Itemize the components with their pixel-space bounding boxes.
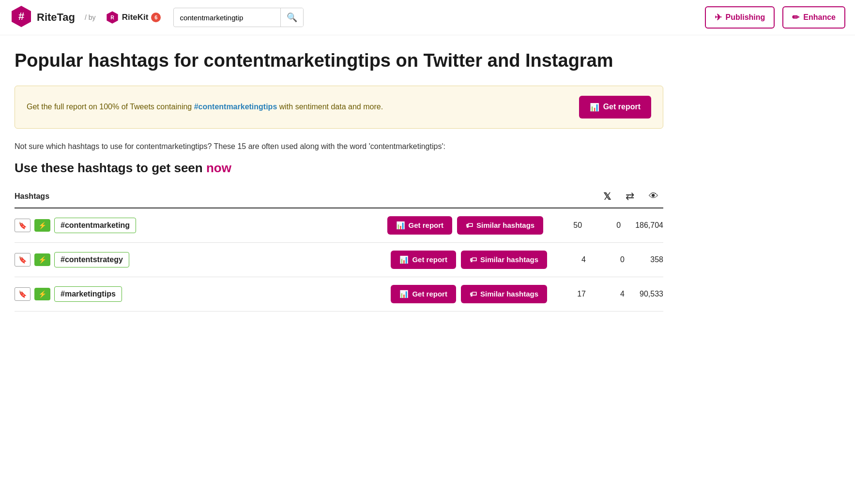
main-content: Popular hashtags for contentmarketingtip… — [0, 35, 678, 321]
publishing-label: Publishing — [726, 13, 765, 22]
tag-icon: 🏷 — [466, 221, 473, 229]
ritekit-area: R RiteKit 6 — [106, 11, 161, 24]
bar-chart-icon: 📊 — [396, 221, 405, 230]
row-buttons: 📊 Get report 🏷 Similar hashtags — [391, 285, 547, 303]
enhance-label: Enhance — [803, 13, 836, 22]
eye-icon: 👁 — [649, 191, 658, 202]
banner-btn-label: Get report — [603, 103, 641, 111]
banner-text-before: Get the full report on 100% of Tweets co… — [27, 103, 194, 111]
search-input[interactable] — [174, 10, 280, 26]
sub-heading-before: Use these hashtags to get seen — [15, 161, 206, 175]
table-row: 🔖 ⚡ #marketingtips 📊 Get report 🏷 Simila… — [15, 277, 663, 311]
bookmark-button[interactable]: 🔖 — [15, 219, 31, 232]
hashtag-tag: #contentstrategy — [54, 252, 129, 267]
enhance-icon: ✏ — [792, 12, 799, 23]
bar-chart-icon: 📊 — [399, 255, 409, 264]
row-stats: 4 0 358 — [562, 255, 663, 264]
publishing-icon: ✈ — [715, 12, 722, 23]
sub-heading-now: now — [206, 161, 231, 175]
by-text: / by — [85, 14, 96, 21]
row-left: 🔖 ⚡ #contentstrategy — [15, 252, 391, 267]
row-left: 🔖 ⚡ #contentmarketing — [15, 218, 387, 233]
lightning-badge: ⚡ — [34, 288, 50, 300]
col-icons-header: 𝕏 ⇄ 👁 — [603, 190, 663, 203]
similar-hashtags-button[interactable]: 🏷 Similar hashtags — [461, 251, 547, 269]
banner-text-after: with sentiment data and more. — [277, 103, 383, 111]
report-banner: Get the full report on 100% of Tweets co… — [15, 86, 663, 129]
enhance-button[interactable]: ✏ Enhance — [782, 6, 845, 29]
page-title: Popular hashtags for contentmarketingtip… — [15, 50, 663, 72]
get-report-button[interactable]: 📊 Get report — [391, 285, 456, 303]
retweet-icon: ⇄ — [626, 190, 634, 203]
get-report-button[interactable]: 📊 Get report — [391, 251, 456, 269]
banner-text: Get the full report on 100% of Tweets co… — [27, 103, 569, 111]
tag-icon: 🏷 — [470, 290, 477, 298]
svg-text:R: R — [110, 15, 114, 20]
bookmark-button[interactable]: 🔖 — [15, 253, 31, 267]
views-count: 358 — [639, 255, 663, 264]
logo-text: RiteTag — [37, 11, 75, 24]
svg-text:#: # — [18, 10, 24, 22]
twitter-count: 17 — [562, 290, 586, 298]
views-count: 90,533 — [639, 290, 663, 298]
similar-hashtags-label: Similar hashtags — [476, 221, 534, 229]
get-report-label: Get report — [412, 290, 447, 298]
bar-chart-icon: 📊 — [590, 103, 599, 112]
twitter-count: 50 — [558, 221, 582, 230]
similar-hashtags-button[interactable]: 🏷 Similar hashtags — [457, 216, 543, 235]
retweet-count: 4 — [600, 290, 625, 298]
table-row: 🔖 ⚡ #contentmarketing 📊 Get report 🏷 Sim… — [15, 208, 663, 243]
search-button[interactable]: 🔍 — [280, 8, 303, 27]
table-header: Hashtags 𝕏 ⇄ 👁 — [15, 185, 663, 208]
ritekit-text: RiteKit — [122, 13, 149, 22]
banner-get-report-button[interactable]: 📊 Get report — [579, 96, 651, 119]
notification-badge: 6 — [151, 13, 161, 22]
ritetag-logo: # — [10, 5, 33, 30]
hashtag-table: 🔖 ⚡ #contentmarketing 📊 Get report 🏷 Sim… — [15, 208, 663, 311]
col-hashtag-header: Hashtags — [15, 192, 603, 201]
header: # RiteTag / by R RiteKit 6 🔍 ✈ Publishin… — [0, 0, 855, 35]
row-buttons: 📊 Get report 🏷 Similar hashtags — [387, 216, 544, 235]
hashtag-tag: #contentmarketing — [54, 218, 136, 233]
lightning-badge: ⚡ — [34, 219, 50, 232]
row-stats: 50 0 186,704 — [558, 221, 663, 230]
row-stats: 17 4 90,533 — [562, 290, 663, 298]
similar-hashtags-label: Similar hashtags — [480, 255, 538, 264]
row-left: 🔖 ⚡ #marketingtips — [15, 286, 391, 302]
get-report-label: Get report — [409, 221, 444, 229]
retweet-count: 0 — [596, 221, 621, 230]
description: Not sure which hashtags to use for conte… — [15, 142, 663, 151]
row-buttons: 📊 Get report 🏷 Similar hashtags — [391, 251, 547, 269]
similar-hashtags-label: Similar hashtags — [480, 290, 538, 298]
get-report-label: Get report — [412, 255, 447, 264]
similar-hashtags-button[interactable]: 🏷 Similar hashtags — [461, 285, 547, 303]
publishing-button[interactable]: ✈ Publishing — [705, 6, 775, 29]
twitter-count: 4 — [562, 255, 586, 264]
retweet-count: 0 — [600, 255, 625, 264]
banner-hashtag-link[interactable]: #contentmarketingtips — [194, 103, 277, 111]
bookmark-button[interactable]: 🔖 — [15, 287, 31, 301]
bar-chart-icon: 📊 — [399, 290, 409, 298]
tag-icon: 🏷 — [470, 255, 477, 264]
search-area: 🔍 — [173, 8, 304, 27]
sub-heading: Use these hashtags to get seen now — [15, 161, 663, 176]
lightning-badge: ⚡ — [34, 253, 50, 266]
twitter-icon: 𝕏 — [603, 191, 611, 202]
hashtag-tag: #marketingtips — [54, 286, 122, 302]
logo-area: # RiteTag — [10, 5, 75, 30]
table-row: 🔖 ⚡ #contentstrategy 📊 Get report 🏷 Simi… — [15, 243, 663, 277]
get-report-button[interactable]: 📊 Get report — [387, 216, 453, 235]
views-count: 186,704 — [635, 221, 663, 230]
ritekit-icon: R — [106, 11, 119, 24]
